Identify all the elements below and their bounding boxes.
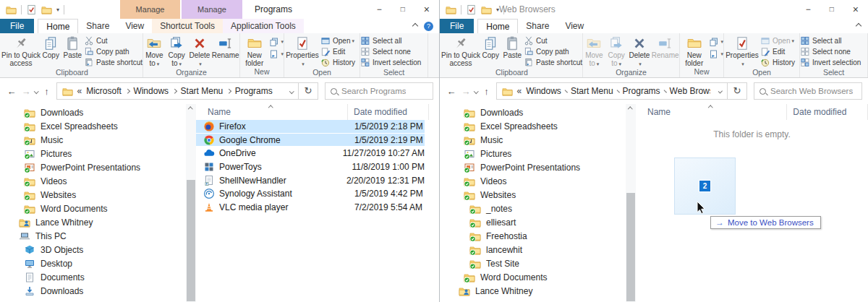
newfolder-button[interactable]: Newfolder — [240, 35, 268, 67]
sidebar-item-downloads[interactable]: Downloads — [0, 284, 186, 298]
breadcrumb-item-start-menu[interactable]: Start Menu — [571, 86, 613, 96]
moveto-button[interactable]: Moveto▾ — [143, 35, 166, 68]
file-row-shellnewhandler[interactable]: ShellNewHandler2/20/2019 12:31 PM — [196, 173, 425, 187]
manage-shortcut-tools-header[interactable]: Manage — [120, 0, 180, 19]
back-button[interactable]: ← — [4, 86, 19, 97]
minimize-button[interactable]: − — [377, 0, 382, 19]
file-row-firefox[interactable]: Firefox1/5/2019 2:18 PM — [196, 120, 425, 134]
up-button[interactable]: ↑ — [480, 86, 494, 97]
sidebar-item-lance-whitney[interactable]: Lance Whitney — [440, 284, 626, 298]
history-button[interactable]: History — [760, 57, 795, 68]
sidebar-item-pictures[interactable]: Pictures — [440, 147, 626, 160]
tab-file[interactable]: File — [440, 19, 474, 33]
folder-icon[interactable] — [6, 4, 17, 15]
scrollbar-thumb[interactable] — [626, 193, 635, 301]
copy-button[interactable]: Copy — [41, 35, 61, 68]
sidebar-item-pictures[interactable]: Pictures — [0, 147, 186, 160]
invertsel-button[interactable]: Invert selection — [800, 57, 861, 68]
moveto-button[interactable]: Moveto▾ — [583, 35, 605, 68]
new-folder-icon[interactable] — [481, 4, 492, 15]
rename-button[interactable]: Rename — [211, 35, 239, 68]
breadcrumb-item-windows[interactable]: Windows — [133, 86, 169, 96]
history-button[interactable]: History — [320, 57, 355, 68]
close-button[interactable]: × — [853, 0, 859, 19]
copy-button[interactable]: Copy — [480, 35, 501, 68]
copypath-button[interactable]: Copy path — [524, 46, 582, 57]
file-row-synology-assistant[interactable]: Synology Assistant1/5/2019 4:42 PM — [196, 187, 425, 201]
qat-dropdown-icon[interactable]: ▾ — [56, 7, 59, 13]
close-button[interactable]: × — [424, 0, 430, 19]
minimize-button[interactable]: − — [806, 0, 811, 19]
file-row-google-chrome[interactable]: Google Chrome1/5/2019 2:19 PM — [196, 134, 425, 147]
column-header-date-modified[interactable]: Date modified — [348, 104, 429, 120]
column-header-date-modified[interactable]: Date modified — [787, 104, 868, 120]
refresh-button[interactable]: ↻ — [299, 82, 318, 100]
sidebar-item-word-documents[interactable]: Word Documents — [440, 270, 626, 284]
tab-share[interactable]: Share — [518, 19, 557, 33]
delete-button[interactable]: Delete▾ — [628, 35, 652, 68]
open-button[interactable]: Open▾ — [320, 35, 355, 46]
scrollbar-thumb[interactable] — [187, 180, 195, 301]
folder-icon[interactable] — [446, 4, 456, 15]
paste-button[interactable]: Paste — [501, 35, 524, 68]
delete-button[interactable]: Delete▾ — [188, 35, 212, 68]
breadcrumb-item-programs[interactable]: Programs — [623, 86, 660, 96]
easy1-button[interactable]: ▾ — [708, 35, 723, 48]
properties-button[interactable]: Properties▾ — [284, 35, 320, 68]
tab-application-tools[interactable]: Application Tools — [223, 19, 304, 33]
new-folder-icon[interactable] — [41, 4, 52, 15]
sidebar-item-desktop[interactable]: Desktop — [0, 256, 186, 270]
sidebar-item-3d-objects[interactable]: 3D Objects — [0, 243, 186, 256]
tab-share[interactable]: Share — [78, 19, 117, 33]
sidebar-item-music[interactable]: Music — [0, 133, 186, 147]
selectnone-button[interactable]: Select none — [800, 46, 861, 57]
sidebar-item-videos[interactable]: Videos — [0, 174, 186, 188]
forward-button[interactable]: → — [459, 86, 473, 97]
edit-button[interactable]: Edit — [320, 46, 355, 57]
edit-button[interactable]: Edit — [760, 46, 795, 57]
breadcrumb-item-web-browsers[interactable]: Web Browsers — [670, 86, 710, 96]
scroll-up-icon[interactable] — [628, 107, 632, 111]
breadcrumb-item-programs[interactable]: Programs — [235, 86, 273, 96]
tab-home[interactable]: Home — [477, 19, 518, 33]
recent-locations-icon[interactable] — [474, 89, 478, 93]
properties-button[interactable]: Properties▾ — [724, 35, 760, 68]
sidebar-scrollbar[interactable] — [626, 104, 636, 302]
copypath-button[interactable]: Copy path — [84, 46, 142, 57]
breadcrumb-overflow[interactable]: « — [517, 86, 522, 96]
sidebar-item-powerpoint-presentations[interactable]: PowerPoint Presentations — [440, 160, 626, 174]
maximize-button[interactable]: □ — [830, 0, 834, 19]
easy2-button[interactable]: ▾ — [708, 48, 723, 60]
selectnone-button[interactable]: Select none — [360, 46, 421, 57]
tab-home[interactable]: Home — [38, 19, 78, 33]
recent-locations-icon[interactable] — [34, 89, 38, 93]
collapse-ribbon-icon[interactable] — [856, 23, 861, 29]
breadcrumb[interactable]: « MicrosoftWindowsStart MenuPrograms — [56, 82, 299, 100]
sidebar-item-lance-whitney[interactable]: Lance Whitney — [0, 215, 186, 229]
sidebar-scrollbar[interactable] — [186, 104, 196, 302]
sidebar-item-documents[interactable]: Documents — [0, 270, 186, 284]
open-button[interactable]: Open▾ — [760, 35, 795, 46]
sidebar-item-music[interactable]: Music — [440, 133, 626, 147]
refresh-button[interactable]: ↻ — [728, 82, 747, 100]
pasteshortcut-button[interactable]: Paste shortcut — [84, 57, 142, 68]
copyto-button[interactable]: Copyto▾ — [605, 35, 628, 68]
tab-view[interactable]: View — [557, 19, 592, 33]
sidebar-item-this-pc[interactable]: This PC — [0, 229, 186, 243]
sidebar-item-excel-spreadsheets[interactable]: Excel Spreadsheets — [440, 119, 626, 133]
address-dropdown-icon[interactable] — [718, 89, 723, 93]
breadcrumb[interactable]: « WindowsStart MenuProgramsWeb Browsers — [496, 82, 728, 100]
properties-icon[interactable] — [466, 4, 477, 15]
sidebar-item-videos[interactable]: Videos — [440, 174, 626, 188]
manage-application-tools-header[interactable]: Manage — [182, 0, 242, 19]
sidebar-item-word-documents[interactable]: Word Documents — [0, 202, 186, 215]
properties-icon[interactable] — [26, 4, 37, 15]
sidebar-item-powerpoint-presentations[interactable]: PowerPoint Presentations — [0, 160, 186, 174]
search-box[interactable]: Search Programs — [325, 82, 433, 100]
sidebar-item-test-site[interactable]: Test Site — [440, 256, 626, 270]
rename-button[interactable]: Rename — [651, 35, 679, 68]
tab-file[interactable]: File — [0, 19, 34, 33]
sidebar-item-websites[interactable]: Websites — [440, 188, 626, 202]
easy1-button[interactable]: ▾ — [268, 35, 284, 48]
sidebar-item-downloads[interactable]: Downloads — [0, 105, 186, 119]
